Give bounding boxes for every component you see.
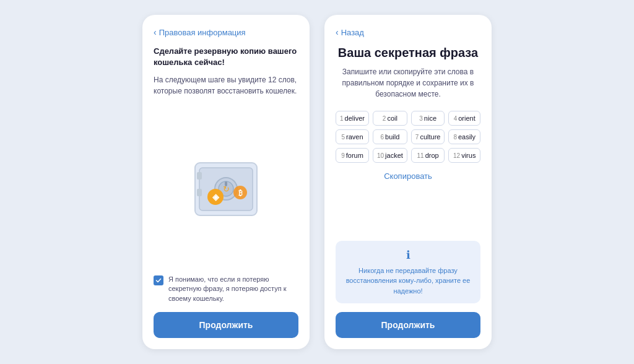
word-number: 10 — [377, 152, 384, 159]
safe-svg: ◈ ₿ ↻ — [186, 150, 266, 225]
left-nav-back-label: Правовая информация — [159, 28, 246, 37]
word-item: 9forum — [336, 148, 369, 163]
right-card: ‹ Назад Ваша секретная фраза Запишите ил… — [324, 15, 492, 349]
chevron-left-icon-right: ‹ — [336, 27, 339, 37]
word-text: jacket — [385, 152, 403, 159]
word-text: orient — [458, 115, 476, 122]
right-nav-back[interactable]: ‹ Назад — [336, 27, 480, 37]
word-number: 2 — [383, 115, 386, 122]
word-text: coil — [387, 115, 397, 122]
word-number: 1 — [340, 115, 344, 122]
word-text: nice — [424, 115, 436, 122]
word-item: 8easily — [448, 129, 480, 144]
checkmark-icon — [155, 277, 162, 284]
svg-text:₿: ₿ — [238, 189, 243, 197]
word-text: forum — [346, 152, 363, 159]
safe-illustration: ◈ ₿ ↻ — [154, 113, 298, 262]
word-item: 3nice — [411, 111, 445, 126]
left-subtext: На следующем шаге вы увидите 12 слов, ко… — [154, 74, 298, 97]
word-item: 12virus — [448, 148, 480, 163]
word-item: 6build — [373, 129, 407, 144]
checkbox[interactable] — [154, 275, 163, 285]
words-grid: 1deliver2coil3nice4orient5raven6build7cu… — [336, 111, 480, 163]
word-number: 9 — [341, 152, 345, 159]
main-container: ‹ Правовая информация Сделайте резервную… — [130, 2, 504, 362]
chevron-left-icon: ‹ — [154, 27, 157, 37]
word-item: 1deliver — [336, 111, 369, 126]
word-item: 10jacket — [373, 148, 407, 163]
warning-icon: ℹ — [344, 248, 472, 262]
left-continue-button[interactable]: Продолжить — [154, 312, 298, 338]
checkbox-row[interactable]: Я понимаю, что если я потеряю секретную … — [154, 275, 298, 303]
word-text: virus — [461, 152, 476, 159]
copy-link[interactable]: Скопировать — [336, 171, 480, 181]
right-desc: Запишите или скопируйте эти слова в прав… — [336, 66, 480, 100]
left-nav-back[interactable]: ‹ Правовая информация — [154, 27, 298, 37]
word-item: 2coil — [373, 111, 407, 126]
right-continue-button[interactable]: Продолжить — [336, 312, 480, 338]
word-item: 5raven — [336, 129, 369, 144]
warning-box: ℹ Никогда не передавайте фразу восстанов… — [336, 241, 480, 304]
word-item: 11drop — [411, 148, 445, 163]
word-item: 7culture — [411, 129, 445, 144]
word-text: drop — [425, 152, 439, 159]
word-number: 4 — [454, 115, 458, 122]
word-text: deliver — [345, 115, 365, 122]
word-text: culture — [420, 133, 440, 141]
word-number: 5 — [341, 134, 345, 141]
spacer — [336, 189, 480, 241]
word-number: 6 — [381, 134, 384, 141]
word-text: build — [385, 133, 399, 141]
svg-rect-6 — [197, 172, 202, 180]
word-text: easily — [458, 133, 476, 141]
warning-text: Никогда не передавайте фразу восстановле… — [344, 266, 472, 297]
word-text: raven — [346, 133, 363, 141]
svg-text:↻: ↻ — [223, 184, 230, 194]
right-title: Ваша секретная фраза — [336, 46, 480, 60]
word-number: 3 — [419, 115, 423, 122]
svg-rect-7 — [197, 189, 202, 196]
right-nav-back-label: Назад — [341, 28, 364, 37]
word-number: 8 — [453, 134, 457, 141]
svg-text:◈: ◈ — [212, 192, 220, 202]
word-number: 11 — [417, 152, 424, 159]
left-card: ‹ Правовая информация Сделайте резервную… — [142, 15, 310, 349]
word-number: 7 — [415, 134, 419, 141]
word-number: 12 — [453, 152, 460, 159]
word-item: 4orient — [448, 111, 480, 126]
left-headline: Сделайте резервную копию вашего кошелька… — [154, 46, 298, 68]
checkbox-label: Я понимаю, что если я потеряю секретную … — [168, 275, 298, 303]
